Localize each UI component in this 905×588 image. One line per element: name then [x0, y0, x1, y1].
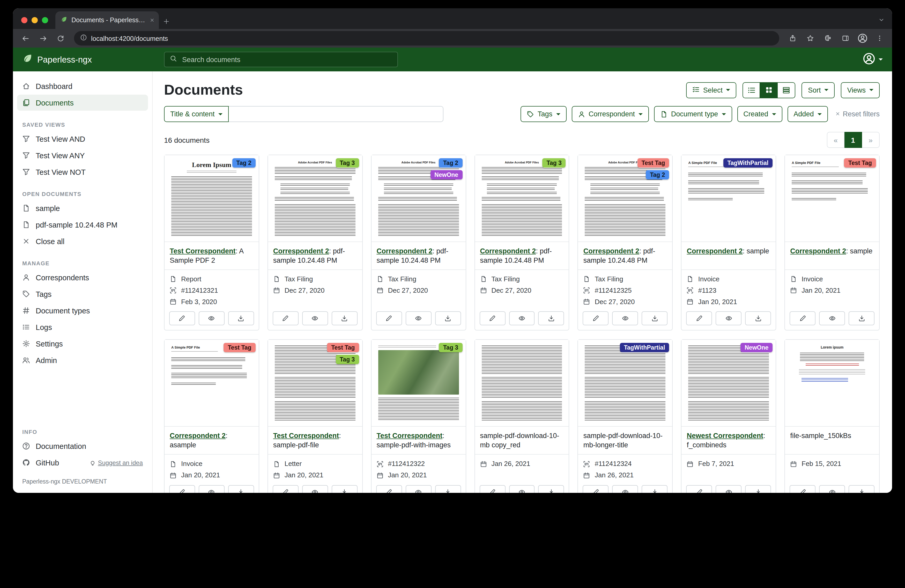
browser-profile-button[interactable] [856, 32, 869, 45]
filter-added-button[interactable]: Added [787, 106, 828, 122]
download-document-button[interactable] [435, 485, 461, 493]
share-button[interactable] [786, 31, 800, 46]
pagination-prev-button[interactable]: « [827, 132, 845, 148]
document-thumbnail[interactable]: Lorem ipsum [785, 340, 879, 427]
document-thumbnail[interactable] [578, 340, 672, 427]
back-button[interactable] [18, 31, 33, 46]
view-document-button[interactable] [199, 485, 225, 493]
pagination-next-button[interactable]: » [862, 132, 880, 148]
user-menu-button[interactable] [862, 52, 883, 67]
tag-badge[interactable]: NewOne [430, 170, 462, 179]
edit-document-button[interactable] [376, 485, 402, 493]
browser-menu-button[interactable] [872, 31, 887, 46]
view-document-button[interactable] [509, 312, 535, 325]
sidebar-item-documents[interactable]: Documents [17, 95, 148, 111]
sidebar-item-sample[interactable]: sample [17, 200, 148, 216]
edit-document-button[interactable] [686, 312, 712, 325]
view-document-button[interactable] [612, 485, 638, 493]
suggest-idea-link[interactable]: Suggest an idea [90, 459, 143, 466]
side-panel-button[interactable] [838, 31, 853, 46]
tag-badge[interactable]: Tag 3 [439, 343, 462, 352]
tag-badge[interactable]: Test Tag [224, 343, 256, 352]
tag-badge[interactable]: NewOne [740, 343, 773, 352]
document-thumbnail[interactable] [475, 340, 569, 427]
tag-badge[interactable]: Test Tag [327, 343, 359, 352]
sidebar-item-correspondents[interactable]: Correspondents [17, 269, 148, 285]
bookmark-star-button[interactable] [803, 31, 818, 46]
select-button[interactable]: Select [686, 82, 737, 98]
edit-document-button[interactable] [479, 312, 505, 325]
view-document-button[interactable] [509, 485, 535, 493]
correspondent-link[interactable]: Test Correspondent [376, 432, 442, 440]
title-content-filter-input[interactable] [229, 106, 443, 122]
edit-document-button[interactable] [583, 312, 609, 325]
sidebar-item-test-view-not[interactable]: Test View NOT [17, 164, 148, 180]
download-document-button[interactable] [642, 485, 668, 493]
edit-document-button[interactable] [169, 312, 195, 325]
document-thumbnail[interactable]: Lorem Ipsum [165, 155, 259, 242]
correspondent-link[interactable]: Correspondent 2 [790, 247, 846, 255]
correspondent-link[interactable]: Newest Correspondent [687, 432, 764, 440]
sidebar-item-github[interactable]: GitHubSuggest an idea [17, 455, 148, 471]
sidebar-item-settings[interactable]: Settings [17, 336, 148, 352]
grid-view-button[interactable] [761, 82, 778, 98]
correspondent-link[interactable]: Correspondent 2 [583, 247, 639, 255]
download-document-button[interactable] [538, 485, 564, 493]
filter-correspondent-button[interactable]: Correspondent [572, 106, 649, 122]
download-document-button[interactable] [849, 312, 875, 325]
document-thumbnail[interactable]: A Simple PDF File [682, 155, 776, 242]
correspondent-link[interactable]: Test Correspondent [170, 247, 236, 255]
window-minimize-button[interactable] [32, 17, 38, 23]
view-document-button[interactable] [405, 312, 431, 325]
sidebar-item-close-all[interactable]: Close all [17, 233, 148, 249]
view-document-button[interactable] [405, 485, 431, 493]
correspondent-link[interactable]: Correspondent 2 [273, 247, 329, 255]
filter-field-button[interactable]: Title & content [164, 106, 229, 122]
browser-tab[interactable]: Documents - Paperless-ngx [56, 11, 159, 29]
download-document-button[interactable] [332, 485, 357, 493]
download-document-button[interactable] [642, 312, 668, 325]
document-thumbnail[interactable] [371, 340, 465, 427]
view-document-button[interactable] [716, 312, 741, 325]
detail-view-button[interactable] [778, 82, 795, 98]
download-document-button[interactable] [435, 312, 461, 325]
edit-document-button[interactable] [583, 485, 609, 493]
document-thumbnail[interactable]: A Simple PDF File [165, 340, 259, 427]
forward-button[interactable] [36, 31, 50, 46]
views-button[interactable]: Views [841, 82, 880, 98]
edit-document-button[interactable] [479, 485, 505, 493]
download-document-button[interactable] [228, 312, 254, 325]
sort-button[interactable]: Sort [802, 82, 835, 98]
search-input[interactable] [181, 55, 392, 64]
edit-document-button[interactable] [376, 312, 402, 325]
reload-button[interactable] [53, 31, 68, 46]
edit-document-button[interactable] [273, 485, 298, 493]
tag-badge[interactable]: TagWithPartial [620, 343, 669, 352]
download-document-button[interactable] [228, 485, 254, 493]
tag-badge[interactable]: Tag 2 [232, 158, 256, 168]
correspondent-link[interactable]: Correspondent 2 [170, 432, 225, 440]
document-thumbnail[interactable]: Adobe Acrobat PDF Files [475, 155, 569, 242]
sidebar-item-logs[interactable]: Logs [17, 319, 148, 335]
edit-document-button[interactable] [790, 485, 816, 493]
view-document-button[interactable] [612, 312, 638, 325]
extensions-button[interactable] [821, 31, 835, 46]
correspondent-link[interactable]: Correspondent 2 [376, 247, 432, 255]
tag-badge[interactable]: Tag 2 [439, 158, 462, 168]
view-document-button[interactable] [199, 312, 225, 325]
correspondent-link[interactable]: Test Correspondent [273, 432, 339, 440]
new-tab-button[interactable] [163, 18, 170, 25]
download-document-button[interactable] [849, 485, 875, 493]
view-document-button[interactable] [716, 485, 741, 493]
download-document-button[interactable] [745, 312, 771, 325]
sidebar-item-test-view-and[interactable]: Test View AND [17, 131, 148, 147]
sidebar-item-documentation[interactable]: Documentation [17, 438, 148, 454]
view-document-button[interactable] [302, 485, 328, 493]
app-brand[interactable]: Paperless-ngx [13, 53, 152, 66]
filter-created-button[interactable]: Created [737, 106, 782, 122]
reset-filters-link[interactable]: Reset filters [835, 110, 880, 118]
view-document-button[interactable] [819, 485, 845, 493]
sidebar-item-pdf-sample-10-24-48-pm[interactable]: pdf-sample 10.24.48 PM [17, 217, 148, 233]
filter-document-type-button[interactable]: Document type [654, 106, 732, 122]
sidebar-item-tags[interactable]: Tags [17, 286, 148, 302]
